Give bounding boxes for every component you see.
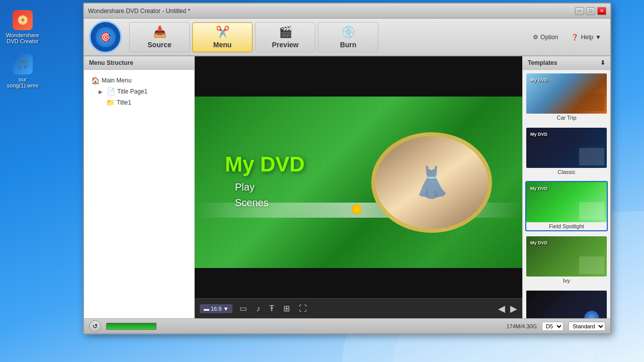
music-icon[interactable]: ♪ — [254, 304, 262, 313]
ivy-label: Ivy — [526, 277, 607, 285]
field-thumb-image — [579, 202, 604, 220]
nav-preview-button[interactable]: 🎬 Preview — [255, 22, 315, 52]
toolbar-right: ⚙ Option ❓ Help ▼ — [529, 32, 605, 43]
option-button[interactable]: ⚙ Option — [529, 32, 562, 43]
progress-bar — [106, 323, 156, 330]
tree-item-main-menu[interactable]: 🏠 Main Menu — [89, 75, 189, 86]
classic-thumb-text: My DVD — [530, 132, 547, 137]
file-icon: 🎵 — [13, 54, 33, 74]
templates-header: Templates ⬇ — [523, 56, 610, 70]
car-trip-label: Car Trip — [526, 114, 607, 122]
field-spotlight-label: Field Spotlight — [526, 222, 607, 230]
classic-thumb-image — [579, 148, 604, 165]
window-title: Wondershare DVD Creator - Untitled * — [88, 8, 190, 15]
folder-icon: 📁 — [106, 99, 115, 107]
wondershare-icon-label: Wondershare DVD Creator — [5, 32, 40, 44]
preview-controls: ▬ 16:9 ▼ ▭ ♪ Ŧ ⊞ ⛶ ◀ ▶ — [195, 298, 522, 318]
source-icon: 📥 — [153, 26, 167, 39]
toolbar: 🎯 📥 Source ✂️ Menu 🎬 Preview 💿 Burn ⚙ Op… — [84, 19, 610, 56]
left-panel: Menu Structure 🏠 Main Menu ▶ 📄 Title Pag… — [84, 56, 195, 318]
burn-icon: 💿 — [342, 26, 355, 39]
template-field-spotlight[interactable]: My DVD Field Spotlight — [525, 181, 608, 231]
next-arrow[interactable]: ▶ — [510, 303, 517, 314]
ivy-thumb-text: My DVD — [530, 240, 547, 245]
gear-icon: ⚙ — [533, 34, 538, 41]
right-panel: Templates ⬇ My DVD Car Trip My DVD — [522, 56, 610, 318]
thumbnail-image: 👗 — [375, 136, 488, 229]
desktop-icons: 📀 Wondershare DVD Creator 🎵 our song(1).… — [5, 10, 40, 88]
preview-icon: 🎬 — [279, 26, 292, 39]
tree-item-title-page1[interactable]: ▶ 📄 Title Page1 — [97, 86, 189, 97]
menu-structure-header: Menu Structure — [84, 56, 194, 70]
nav-burn-button[interactable]: 💿 Burn — [318, 22, 378, 52]
app-window: Wondershare DVD Creator - Untitled * ─ □… — [83, 3, 611, 334]
text-icon[interactable]: Ŧ — [267, 304, 276, 313]
window-controls: ─ □ ✕ — [575, 7, 606, 15]
ivy-thumbnail: My DVD — [526, 236, 607, 277]
prev-arrow[interactable]: ◀ — [498, 303, 505, 314]
chapter-icon[interactable]: ⊞ — [281, 304, 292, 313]
disc-type-select[interactable]: D5 D9 — [542, 322, 564, 331]
dark-thumbnail — [526, 291, 607, 318]
aspect-ratio-button[interactable]: ▬ 16:9 ▼ — [200, 304, 232, 313]
main-content: Menu Structure 🏠 Main Menu ▶ 📄 Title Pag… — [84, 56, 610, 318]
page-icon: 📄 — [107, 87, 115, 96]
template-classic[interactable]: My DVD Classic — [525, 127, 608, 177]
help-dropdown-icon: ▼ — [595, 34, 601, 41]
logo-icon: 🎯 — [96, 27, 116, 47]
ivy-thumb-image — [579, 256, 604, 274]
template-car-trip[interactable]: My DVD Car Trip — [525, 72, 608, 123]
desktop-icon-file[interactable]: 🎵 our song(1).wmv — [5, 54, 40, 88]
nav-menu-button[interactable]: ✂️ Menu — [192, 22, 253, 52]
wondershare-icon: 📀 — [13, 10, 33, 30]
close-button[interactable]: ✕ — [597, 7, 606, 15]
field-thumb-text: My DVD — [530, 186, 547, 191]
app-logo: 🎯 — [89, 21, 122, 53]
templates-list: My DVD Car Trip My DVD Classic My DVD — [523, 70, 610, 318]
car-trip-thumb-text: My DVD — [530, 77, 547, 82]
preview-bottom-bar — [195, 268, 522, 298]
refresh-button[interactable]: ↺ — [89, 320, 101, 332]
option-label: Option — [540, 34, 558, 41]
menu-label: Menu — [213, 41, 232, 49]
preview-top-bar — [195, 56, 522, 97]
dark-thumb-orb — [584, 311, 599, 318]
title1-label: Title1 — [117, 99, 131, 106]
menu-icon: ✂️ — [216, 26, 229, 39]
template-dark[interactable]: Dark — [525, 290, 608, 318]
templates-title: Templates — [528, 59, 557, 66]
classic-thumbnail: My DVD — [526, 128, 607, 168]
classic-label: Classic — [526, 168, 607, 176]
help-label: Help — [581, 34, 593, 41]
dropdown-arrow-icon: ▼ — [223, 306, 228, 312]
template-ivy[interactable]: My DVD Ivy — [525, 235, 608, 286]
quality-select[interactable]: Standard High — [569, 322, 605, 331]
burn-label: Burn — [340, 41, 357, 49]
download-icon[interactable]: ⬇ — [600, 59, 605, 66]
field-thumbnail: My DVD — [526, 182, 607, 222]
fullscreen-icon[interactable]: ⛶ — [297, 304, 309, 313]
desktop-icon-wondershare[interactable]: 📀 Wondershare DVD Creator — [5, 10, 40, 44]
menu-tree: 🏠 Main Menu ▶ 📄 Title Page1 📁 Title1 — [84, 70, 194, 318]
title-bar: Wondershare DVD Creator - Untitled * ─ □… — [84, 4, 610, 19]
chapter-thumbnail: 👗 — [371, 132, 492, 233]
screen-icon: ▬ — [204, 306, 209, 312]
car-trip-thumbnail: My DVD — [526, 73, 607, 114]
expand-icon: ▶ — [99, 89, 105, 95]
source-label: Source — [147, 41, 171, 49]
storage-info: 174M/4.30G — [506, 323, 537, 329]
aspect-ratio-label: 16:9 — [211, 306, 221, 312]
tree-item-title1[interactable]: 📁 Title1 — [104, 97, 189, 108]
home-icon: 🏠 — [91, 76, 100, 84]
layout-icon[interactable]: ▭ — [237, 304, 249, 313]
help-icon: ❓ — [571, 34, 579, 41]
title-page1-label: Title Page1 — [117, 88, 147, 95]
main-menu-label: Main Menu — [102, 77, 131, 84]
minimize-button[interactable]: ─ — [575, 7, 584, 15]
help-button[interactable]: ❓ Help ▼ — [567, 32, 605, 43]
center-panel: My DVD Play Scenes 👗 ▬ — [195, 56, 522, 318]
maximize-button[interactable]: □ — [586, 7, 595, 15]
file-icon-label: our song(1).wmv — [5, 76, 40, 88]
car-trip-thumb-image — [579, 94, 604, 111]
nav-source-button[interactable]: 📥 Source — [129, 22, 190, 52]
